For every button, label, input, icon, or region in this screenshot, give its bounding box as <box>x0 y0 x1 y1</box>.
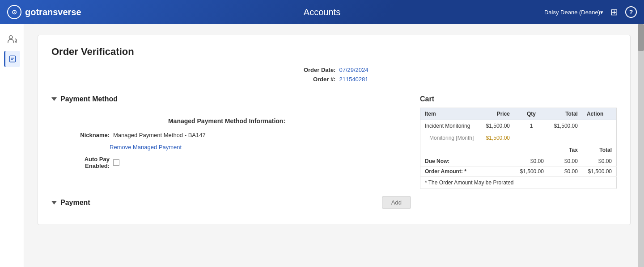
nav-right: Daisy Deane (Deane)▾ ⊞ ? <box>544 6 637 18</box>
cart-title: Cart <box>420 95 617 103</box>
payment-method-box: Managed Payment Method Information: Nick… <box>51 110 402 176</box>
summary-header-row: Tax Total <box>420 144 617 156</box>
due-now-row: Due Now: $0.00 $0.00 $0.00 <box>420 156 617 167</box>
add-button-container: Add <box>382 196 411 209</box>
add-button[interactable]: Add <box>382 196 411 209</box>
sidebar <box>0 24 24 267</box>
due-now-label: Due Now: <box>420 156 514 167</box>
order-amount-row: Order Amount: * $1,500.00 $0.00 $1,500.0… <box>420 167 617 177</box>
col-price: Price <box>480 108 514 120</box>
main-layout: Order Verification Order Date: 07/29/202… <box>0 24 644 267</box>
due-now-tax: $0.00 <box>548 156 582 167</box>
order-date-value: 07/29/2024 <box>339 67 368 73</box>
autopay-label: Auto Pay Enabled: <box>69 156 110 169</box>
managed-payment-title: Managed Payment Method Information: <box>51 117 402 125</box>
user-menu[interactable]: Daisy Deane (Deane)▾ <box>544 9 603 16</box>
sidebar-item-users[interactable] <box>4 31 20 47</box>
col-action: Action <box>582 108 617 120</box>
svg-rect-1 <box>9 56 15 62</box>
due-now-total: $0.00 <box>582 156 617 167</box>
nickname-value: Managed Payment Method - BA147 <box>113 132 206 138</box>
cart-header-row: Item Price Qty Total Action <box>420 108 617 120</box>
nickname-label: Nickname: <box>69 132 110 138</box>
sub-item-name: Monitoring [Month] <box>420 132 481 144</box>
order-info: Order Date: 07/29/2024 Order #: 21154028… <box>51 67 617 83</box>
item-qty: 1 <box>514 120 548 132</box>
two-col-layout: Payment Method Managed Payment Method In… <box>51 95 617 214</box>
right-column: Cart Item Price Qty Total Action <box>420 95 617 214</box>
nav-title: Accounts <box>304 7 340 17</box>
order-date-row: Order Date: 07/29/2024 <box>300 67 368 73</box>
order-num-row: Order #: 211540281 <box>300 76 368 83</box>
cart-row-sub: Monitoring [Month] $1,500.00 <box>420 132 617 144</box>
sidebar-item-orders[interactable] <box>4 51 20 67</box>
payment-header: Payment <box>51 199 402 207</box>
page-title: Order Verification <box>51 46 617 58</box>
col-item: Item <box>420 108 481 120</box>
content-area: Order Verification Order Date: 07/29/202… <box>24 24 644 267</box>
cart-table: Item Price Qty Total Action Incident Mon… <box>420 108 617 189</box>
order-date-label: Order Date: <box>300 67 335 73</box>
empty-cell2 <box>514 144 548 156</box>
payment-collapse-icon[interactable] <box>51 201 57 204</box>
scrollbar[interactable] <box>638 24 644 267</box>
sub-item-price: $1,500.00 <box>480 132 514 144</box>
order-amount-total: $1,500.00 <box>582 167 617 177</box>
order-num-label: Order #: <box>300 76 335 83</box>
col-qty: Qty <box>514 108 548 120</box>
item-price: $1,500.00 <box>480 120 514 132</box>
cart-note-row: * The Order Amount May be Prorated <box>420 177 617 189</box>
item-action <box>582 120 617 132</box>
left-column: Payment Method Managed Payment Method In… <box>51 95 402 214</box>
scrollbar-thumb[interactable] <box>638 24 644 51</box>
cart-row-main: Incident Monitoring $1,500.00 1 $1,500.0… <box>420 120 617 132</box>
help-button[interactable]: ? <box>625 6 637 18</box>
logo[interactable]: ⊙ gotransverse <box>7 5 81 19</box>
autopay-row: Auto Pay Enabled: <box>51 156 402 169</box>
order-amount-price: $1,500.00 <box>514 167 548 177</box>
collapse-icon[interactable] <box>51 97 57 101</box>
order-amount-label: Order Amount: * <box>420 167 514 177</box>
top-nav: ⊙ gotransverse Accounts Daisy Deane (Dea… <box>0 0 644 24</box>
order-num-value: 211540281 <box>339 76 368 83</box>
payment-method-header: Payment Method <box>51 95 402 103</box>
nickname-row: Nickname: Managed Payment Method - BA147 <box>51 132 402 138</box>
order-amount-tax: $0.00 <box>548 167 582 177</box>
empty-cell <box>420 144 514 156</box>
logo-icon: ⊙ <box>7 5 21 19</box>
page-card: Order Verification Order Date: 07/29/202… <box>38 35 631 225</box>
logo-text: gotransverse <box>25 7 81 17</box>
svg-point-0 <box>9 36 12 39</box>
item-total: $1,500.00 <box>548 120 582 132</box>
autopay-checkbox[interactable] <box>113 159 119 166</box>
cart-note: * The Order Amount May be Prorated <box>420 177 617 189</box>
tax-header: Tax <box>548 144 582 156</box>
due-now-price: $0.00 <box>514 156 548 167</box>
payment-section: Payment <box>51 199 402 207</box>
grid-icon[interactable]: ⊞ <box>610 7 618 17</box>
sub-item-total <box>548 132 582 144</box>
total-header: Total <box>582 144 617 156</box>
sub-item-qty <box>514 132 548 144</box>
sub-item-action <box>582 132 617 144</box>
col-total: Total <box>548 108 582 120</box>
payment-method-title: Payment Method <box>60 95 118 103</box>
remove-link-row: Remove Managed Payment <box>51 144 402 150</box>
remove-managed-payment-link[interactable]: Remove Managed Payment <box>110 144 182 150</box>
payment-section-title: Payment <box>60 199 90 207</box>
item-name: Incident Monitoring <box>420 120 481 132</box>
